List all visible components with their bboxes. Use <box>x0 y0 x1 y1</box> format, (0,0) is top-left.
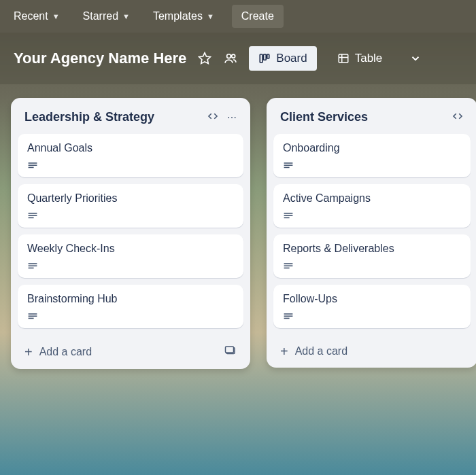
chevron-down-icon: ▼ <box>52 12 60 20</box>
svg-rect-6 <box>339 54 348 63</box>
collapse-icon[interactable] <box>207 111 219 123</box>
card-title: Onboarding <box>283 142 461 154</box>
svg-rect-22 <box>226 347 234 353</box>
chevron-down-icon[interactable] <box>408 51 423 66</box>
chevron-down-icon: ▼ <box>122 12 130 20</box>
view-board-label: Board <box>276 52 307 65</box>
svg-marker-0 <box>199 53 211 64</box>
card-template-icon[interactable] <box>224 345 237 359</box>
chevron-down-icon: ▼ <box>207 12 214 20</box>
description-icon <box>283 312 461 321</box>
view-table-button[interactable]: Table <box>328 46 392 71</box>
card-title: Active Campaigns <box>283 192 461 205</box>
members-icon[interactable] <box>223 51 238 66</box>
svg-rect-5 <box>267 54 269 58</box>
description-icon <box>283 262 461 271</box>
card-title: Follow-Ups <box>283 293 461 305</box>
svg-rect-3 <box>260 54 263 63</box>
card[interactable]: Reports & Deliverables <box>273 234 471 278</box>
svg-point-2 <box>232 54 235 58</box>
list: Leadership & Strategy ⋯ Annual Goals Qua… <box>11 98 250 369</box>
star-icon[interactable] <box>197 51 212 66</box>
card-title: Annual Goals <box>27 142 234 154</box>
plus-icon: + <box>280 345 288 358</box>
list-header-actions <box>452 111 464 123</box>
add-card-label: Add a card <box>39 346 92 358</box>
description-icon <box>27 262 234 271</box>
card-title: Quarterly Priorities <box>27 192 234 205</box>
board-title[interactable]: Your Agency Name Here <box>14 50 186 67</box>
card[interactable]: Annual Goals <box>18 134 243 177</box>
nav-recent-label: Recent <box>14 10 48 22</box>
card[interactable]: Brainstorming Hub <box>18 285 243 328</box>
card[interactable]: Follow-Ups <box>273 285 471 328</box>
list-header: Client Services <box>273 106 471 134</box>
card-title: Reports & Deliverables <box>283 243 461 255</box>
nav-templates-label: Templates <box>153 10 203 22</box>
nav-templates[interactable]: Templates ▼ <box>148 6 220 27</box>
add-card-label: Add a card <box>295 345 347 357</box>
list-header: Leadership & Strategy ⋯ <box>18 106 243 134</box>
card[interactable]: Weekly Check-Ins <box>18 234 243 278</box>
view-board-button[interactable]: Board <box>249 46 316 71</box>
description-icon <box>27 161 234 171</box>
top-nav: Recent ▼ Starred ▼ Templates ▼ Create <box>0 0 476 33</box>
list-title[interactable]: Client Services <box>280 110 368 124</box>
nav-recent[interactable]: Recent ▼ <box>8 6 65 27</box>
card-title: Weekly Check-Ins <box>27 243 234 255</box>
list: Client Services Onboarding Active Campai… <box>267 98 476 368</box>
list-menu-icon[interactable]: ⋯ <box>227 112 237 123</box>
svg-rect-4 <box>264 54 267 60</box>
list-title[interactable]: Leadership & Strategy <box>24 110 154 124</box>
description-icon <box>27 312 234 321</box>
add-card-button[interactable]: + Add a card <box>24 345 92 359</box>
view-table-label: Table <box>355 52 383 65</box>
collapse-icon[interactable] <box>452 111 464 123</box>
svg-point-1 <box>227 54 231 58</box>
card-title: Brainstorming Hub <box>27 293 234 305</box>
list-footer: + Add a card <box>18 338 243 359</box>
plus-icon: + <box>24 345 33 359</box>
card[interactable]: Quarterly Priorities <box>18 184 243 228</box>
board-canvas[interactable]: Leadership & Strategy ⋯ Annual Goals Qua… <box>0 84 476 475</box>
add-card-button[interactable]: + Add a card <box>280 345 347 358</box>
nav-starred-label: Starred <box>83 10 118 22</box>
card[interactable]: Active Campaigns <box>273 184 471 228</box>
list-footer: + Add a card <box>273 338 471 358</box>
description-icon <box>283 161 461 171</box>
card[interactable]: Onboarding <box>273 134 471 177</box>
board-header: Your Agency Name Here Board Table <box>0 33 476 84</box>
description-icon <box>27 211 234 221</box>
list-header-actions: ⋯ <box>207 111 237 123</box>
description-icon <box>283 211 461 221</box>
create-button[interactable]: Create <box>232 5 284 28</box>
nav-starred[interactable]: Starred ▼ <box>78 6 135 27</box>
